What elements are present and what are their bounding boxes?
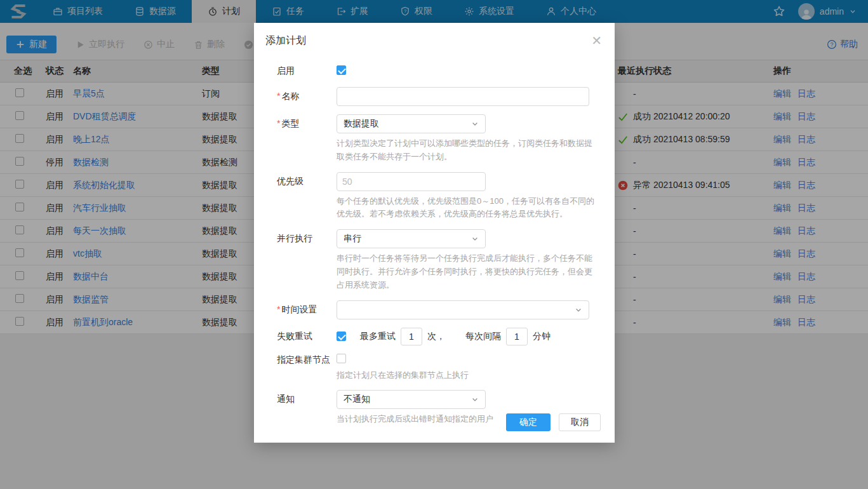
parallel-help: 串行时一个任务将等待另一个任务执行完成后才能执行，多个任务不能同时执行。并行允许… [337, 252, 598, 291]
chevron-down-icon [471, 396, 479, 403]
priority-help: 每个任务的默认优先级，优先级范围是0～100，任务可以有各自不同的优先级。若不考… [337, 195, 598, 222]
time-select[interactable] [337, 300, 589, 319]
type-label: *类型 [277, 114, 337, 164]
name-input[interactable] [337, 87, 589, 106]
close-icon[interactable]: ✕ [591, 34, 602, 47]
time-label: *时间设置 [277, 300, 337, 319]
retry-label: 失败重试 [277, 331, 337, 342]
chevron-down-icon [471, 235, 479, 243]
notify-label: 通知 [277, 390, 337, 426]
priority-input[interactable] [337, 172, 486, 191]
cluster-help: 指定计划只在选择的集群节点上执行 [337, 369, 589, 382]
chevron-down-icon [471, 120, 479, 128]
modal-title: 添加计划 [265, 34, 306, 48]
cancel-button[interactable]: 取消 [559, 413, 601, 431]
retry-times-label: 次， [427, 331, 445, 342]
priority-label: 优先级 [277, 172, 337, 222]
enable-checkbox[interactable] [337, 65, 346, 75]
type-select[interactable]: 数据提取 [337, 114, 486, 133]
retry-checkbox[interactable] [337, 332, 346, 341]
chevron-down-icon [575, 306, 582, 314]
retry-max-label: 最多重试 [360, 331, 396, 342]
retry-max-input[interactable] [401, 328, 422, 345]
retry-interval-input[interactable] [506, 328, 528, 345]
name-label: *名称 [277, 87, 337, 106]
enable-label: 启用 [277, 65, 337, 77]
cluster-label: 指定集群节点 [277, 354, 337, 382]
add-plan-modal: 添加计划 ✕ 启用 *名称 *类型 数据提取 计划类型决定了计划中可以添加哪些类… [254, 23, 615, 443]
ok-button[interactable]: 确定 [506, 413, 551, 431]
parallel-select[interactable]: 串行 [337, 229, 486, 248]
retry-unit-label: 分钟 [533, 331, 551, 342]
type-help: 计划类型决定了计划中可以添加哪些类型的任务，订阅类任务和数据提取类任务不能共存于… [337, 137, 598, 164]
cluster-checkbox[interactable] [337, 354, 346, 363]
notify-select[interactable]: 不通知 [337, 390, 486, 409]
retry-interval-label: 每次间隔 [465, 331, 501, 342]
parallel-label: 并行执行 [277, 229, 337, 291]
